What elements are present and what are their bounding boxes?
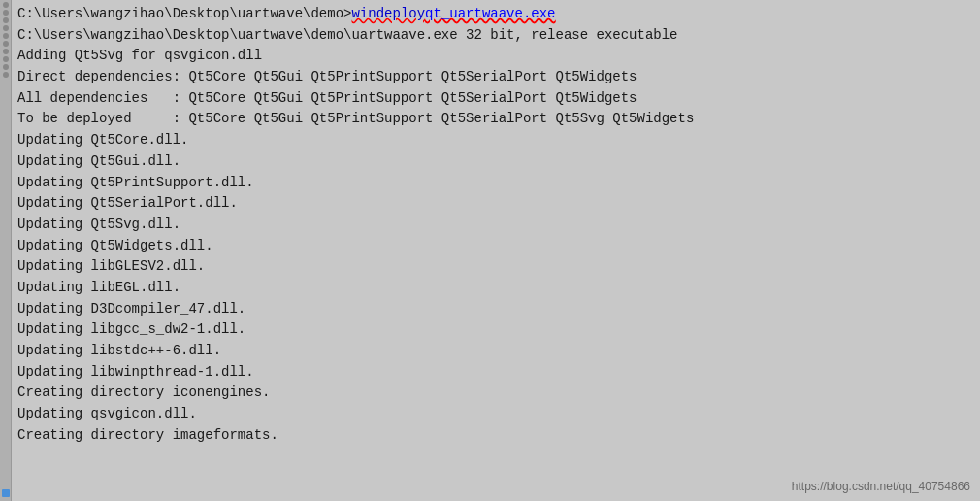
sidebar-dot-1 [3,2,9,8]
terminal-line-8: Updating Qt5Gui.dll. [17,151,974,173]
terminal-line-3: Adding Qt5Svg for qsvgicon.dll [17,46,974,67]
terminal-line-1: C:\Users\wangzihao\Desktop\uartwave\demo… [17,4,974,25]
sidebar-dot-3 [3,17,9,23]
sidebar-dot-7 [3,49,9,54]
terminal-line-21: Creating directory imageformats. [17,425,974,447]
sidebar-blue-indicator [2,489,10,497]
sidebar-dot-10 [3,72,9,78]
terminal-line-5: All dependencies : Qt5Core Qt5Gui Qt5Pri… [17,88,974,110]
sidebar-dot-4 [3,25,9,31]
terminal-line-15: Updating D3Dcompiler_47.dll. [17,299,974,320]
terminal-line-9: Updating Qt5PrintSupport.dll. [17,173,974,194]
terminal-line-17: Updating libstdc++-6.dll. [17,341,974,362]
terminal-line-7: Updating Qt5Core.dll. [17,130,974,151]
terminal-line-20: Updating qsvgicon.dll. [17,404,974,425]
terminal-line-2: C:\Users\wangzihao\Desktop\uartwave\demo… [17,25,974,47]
terminal-line-16: Updating libgcc_s_dw2-1.dll. [17,319,974,341]
sidebar-dot-9 [3,64,9,70]
terminal-line-13: Updating libGLESV2.dll. [17,256,974,278]
sidebar-dot-8 [3,56,9,62]
terminal-window: C:\Users\wangzihao\Desktop\uartwave\demo… [0,0,980,501]
sidebar-dot-5 [3,33,9,39]
terminal-line-11: Updating Qt5Svg.dll. [17,215,974,236]
terminal-line-18: Updating libwinpthread-1.dll. [17,362,974,384]
terminal-line-19: Creating directory iconengines. [17,383,974,404]
terminal-line-6: To be deployed : Qt5Core Qt5Gui Qt5Print… [17,109,974,130]
terminal-line-10: Updating Qt5SerialPort.dll. [17,193,974,215]
terminal-content: C:\Users\wangzihao\Desktop\uartwave\demo… [12,0,980,501]
terminal-line-14: Updating libEGL.dll. [17,278,974,299]
terminal-line-12: Updating Qt5Widgets.dll. [17,236,974,257]
terminal-line-4: Direct dependencies: Qt5Core Qt5Gui Qt5P… [17,67,974,88]
sidebar-dot-6 [3,41,9,47]
left-sidebar [0,0,12,501]
sidebar-dot-2 [3,10,9,16]
watermark-text: https://blog.csdn.net/qq_40754866 [792,480,970,493]
